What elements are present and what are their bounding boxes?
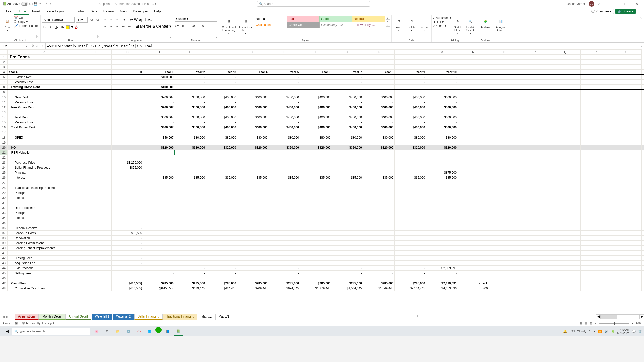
cell[interactable]: $35,000: [143, 175, 175, 180]
cell[interactable]: [237, 246, 269, 251]
cell[interactable]: [143, 261, 175, 266]
cell[interactable]: $35,000: [237, 175, 269, 180]
cell[interactable]: [81, 165, 111, 170]
cell[interactable]: [81, 115, 111, 120]
cell[interactable]: [81, 231, 111, 236]
align-top-icon[interactable]: ≡: [103, 17, 107, 22]
sheet-tab-matrixn[interactable]: MatrixN: [215, 314, 232, 320]
cell-label[interactable]: NOI: [8, 145, 81, 150]
row-header[interactable]: 19: [0, 140, 8, 145]
cell[interactable]: -: [112, 256, 143, 261]
taskbar-search[interactable]: 🔍 Type here to search: [12, 328, 90, 335]
cell[interactable]: $400,000: [426, 105, 458, 110]
cell[interactable]: -: [363, 215, 394, 220]
col-header[interactable]: O: [489, 50, 519, 55]
cell[interactable]: [300, 231, 332, 236]
cell[interactable]: $35,000: [426, 175, 458, 180]
cell[interactable]: [206, 130, 237, 135]
cell[interactable]: -: [206, 85, 237, 90]
cell[interactable]: [237, 256, 269, 261]
cell[interactable]: [206, 236, 237, 241]
row-header[interactable]: 25: [0, 170, 8, 175]
row-header[interactable]: 36: [0, 225, 8, 231]
cell[interactable]: -: [363, 120, 394, 125]
cell[interactable]: [300, 130, 332, 135]
cell[interactable]: -: [426, 75, 458, 80]
cell[interactable]: -: [300, 195, 332, 200]
cell[interactable]: [81, 170, 111, 175]
cell[interactable]: [363, 231, 394, 236]
cell[interactable]: -: [395, 80, 426, 85]
cell-label[interactable]: Total Rent: [8, 115, 81, 120]
task-opera-icon[interactable]: ◯: [134, 327, 143, 336]
row-header[interactable]: 14: [0, 115, 8, 120]
cell[interactable]: -: [363, 75, 394, 80]
cell[interactable]: $400,000: [332, 95, 363, 100]
cell[interactable]: [426, 130, 458, 135]
cell[interactable]: [206, 185, 237, 190]
cell[interactable]: $400,000: [175, 125, 206, 130]
cell[interactable]: -: [426, 100, 458, 105]
cell[interactable]: -: [332, 205, 363, 210]
cell[interactable]: [426, 231, 458, 236]
cell[interactable]: $80,000: [395, 135, 426, 140]
cell[interactable]: [81, 75, 111, 80]
cell[interactable]: $400,000: [206, 125, 237, 130]
row-header[interactable]: 42: [0, 256, 8, 261]
zoom-slider[interactable]: [599, 323, 629, 324]
cell[interactable]: -: [300, 210, 332, 215]
prev-sheet-icon[interactable]: ◀: [3, 315, 5, 319]
cell[interactable]: -: [269, 266, 300, 271]
cell[interactable]: [206, 246, 237, 251]
cell[interactable]: $400,000: [332, 105, 363, 110]
cell[interactable]: [237, 130, 269, 135]
cell[interactable]: $400,000: [269, 95, 300, 100]
copy-button[interactable]: ⿻Copy ▾: [14, 20, 39, 24]
cell[interactable]: -: [395, 195, 426, 200]
menu-help[interactable]: Help: [151, 8, 164, 15]
cell[interactable]: $320,000: [395, 145, 426, 150]
share-button[interactable]: 🔗 Share ▾: [615, 9, 636, 14]
cell[interactable]: 0: [112, 70, 143, 75]
find-select-button[interactable]: 🔍Find & Select▾: [465, 16, 476, 35]
cell[interactable]: [112, 105, 143, 110]
cell[interactable]: [426, 155, 458, 160]
cell[interactable]: $400,000: [237, 95, 269, 100]
sheet-tab-traditional-financing[interactable]: Traditional Financing: [163, 314, 197, 320]
cell[interactable]: -: [206, 75, 237, 80]
cell-label[interactable]: [8, 220, 81, 225]
cell[interactable]: -: [143, 210, 175, 215]
cell[interactable]: [237, 236, 269, 241]
cell[interactable]: [81, 236, 111, 241]
cell[interactable]: [143, 241, 175, 246]
cell[interactable]: $320,000: [175, 145, 206, 150]
format-table-button[interactable]: ▤Format as Table▾: [238, 16, 253, 35]
cell[interactable]: [143, 276, 175, 281]
row-header[interactable]: 26: [0, 175, 8, 180]
cell[interactable]: -: [175, 100, 206, 105]
cell[interactable]: $320,000: [206, 145, 237, 150]
cell[interactable]: $400,000: [206, 95, 237, 100]
cell[interactable]: [237, 225, 269, 231]
cell[interactable]: -: [112, 246, 143, 251]
cell[interactable]: [363, 165, 394, 170]
task-explorer-icon[interactable]: 📁: [113, 327, 122, 336]
add-sheet-button[interactable]: +: [233, 315, 240, 319]
cell[interactable]: -: [426, 120, 458, 125]
cell[interactable]: -: [395, 150, 426, 155]
cell[interactable]: $1,279,445: [300, 286, 332, 291]
cell[interactable]: $400,000: [332, 115, 363, 120]
cell-label[interactable]: Traditional Financing Proceeds: [8, 185, 81, 190]
task-word-icon[interactable]: 📘: [163, 327, 172, 336]
cell[interactable]: [269, 241, 300, 246]
cell[interactable]: -: [363, 190, 394, 195]
cell[interactable]: $400,000: [300, 105, 332, 110]
cell[interactable]: -: [332, 190, 363, 195]
cell-label[interactable]: Leasing Commissions: [8, 241, 81, 246]
comma-icon[interactable]: ,: [187, 24, 191, 28]
cell[interactable]: [300, 165, 332, 170]
cell[interactable]: -: [269, 190, 300, 195]
cell[interactable]: [237, 155, 269, 160]
cell[interactable]: $400,000: [269, 105, 300, 110]
cell[interactable]: -: [426, 195, 458, 200]
